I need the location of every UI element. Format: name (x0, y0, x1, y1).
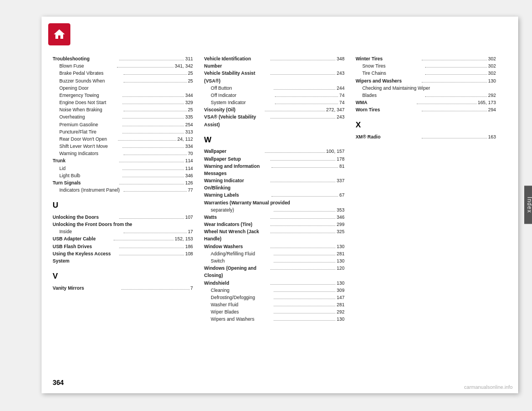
content-area: Troubleshooting311Blown Fuse341, 342Brak… (53, 55, 496, 371)
entry-label: XM® Radio (356, 133, 421, 141)
entry-dots (124, 111, 187, 111)
entry-dots (274, 299, 336, 299)
entry-page: 243 (336, 114, 344, 121)
letter-heading: V (53, 270, 193, 282)
entry-label: Buzzer Sounds When Opening Door (59, 78, 122, 92)
entry-page: 114 (185, 165, 193, 172)
index-entry: System Indicator74 (204, 99, 344, 106)
entry-page: 70 (188, 150, 193, 157)
index-entry: Wipers and Washers130 (204, 316, 344, 323)
entry-page: 67 (339, 192, 344, 199)
index-tab: Index (524, 186, 532, 224)
entry-page: 346 (185, 172, 193, 179)
entry-label: Using the Keyless Access System (53, 250, 118, 265)
entry-page: 24, 112 (177, 136, 193, 143)
index-entry: Adding/Refilling Fluid281 (204, 250, 344, 258)
index-entry: Warning and Information Messages81 (204, 163, 344, 177)
entry-page: 348 (336, 55, 344, 63)
entry-page: 329 (185, 99, 193, 106)
index-entry: XM® Radio163 (356, 133, 496, 141)
entry-dots (270, 225, 336, 226)
home-button[interactable] (48, 23, 70, 45)
home-icon (53, 28, 66, 41)
entry-page: 186 (185, 243, 193, 250)
entry-page: 17 (188, 228, 193, 235)
entry-page: 74 (339, 92, 344, 99)
entry-label: Wallpaper Setup (204, 156, 269, 163)
entry-label: Wipers and Washers (356, 78, 421, 85)
entry-page: 302 (488, 55, 496, 63)
entry-dots (124, 74, 187, 75)
entry-page: 353 (336, 207, 344, 214)
entry-label: Tire Chains (362, 70, 424, 77)
entry-dots (124, 233, 187, 233)
entry-dots (270, 160, 336, 161)
entry-dots (422, 82, 487, 83)
entry-label: Emergency Towing (59, 92, 121, 99)
index-entry: Switch130 (204, 258, 344, 265)
entry-label: Brake Pedal Vibrates (59, 70, 122, 77)
index-entry: VSA® (Vehicle Stability Assist)243 (204, 114, 344, 128)
entry-label: Watts (204, 214, 269, 221)
entry-page: 25 (188, 106, 193, 114)
entry-dots (270, 118, 336, 119)
index-entry: Wheel Nut Wrench (Jack Handle)325 (204, 228, 344, 243)
entry-dots (422, 60, 487, 60)
entry-label: Inside (59, 228, 122, 235)
entry-page: 299 (336, 221, 344, 228)
entry-label: Light Bulb (59, 172, 121, 179)
index-entry: WMA165, 173 (356, 99, 496, 106)
entry-page: 292 (336, 309, 344, 316)
entry-dots (274, 262, 336, 263)
entry-dots (122, 104, 185, 104)
index-entry: Warning Indicators70 (53, 150, 193, 157)
entry-dots (124, 155, 187, 155)
entry-dots (265, 111, 325, 111)
entry-label: Wear Indicators (Tire) (204, 221, 269, 228)
entry-page: 126 (185, 179, 193, 187)
entry-page: 163 (488, 133, 496, 141)
entry-label: Windshield (204, 280, 269, 287)
entry-page: 335 (185, 114, 193, 121)
entry-label: Blown Fuse (59, 63, 116, 70)
entry-dots (117, 67, 173, 68)
index-entry: Tire Chains302 (356, 70, 496, 77)
index-entry: Warning Indicator On/Blinking337 (204, 177, 344, 192)
index-entry: USB Flash Drives186 (53, 243, 193, 250)
index-entry: Blown Fuse341, 342 (53, 63, 193, 70)
entry-dots (270, 284, 336, 285)
index-entry: separately)353 (204, 207, 344, 214)
index-entry: Rear Door Won't Open24, 112 (53, 136, 193, 143)
entry-dots (119, 248, 185, 248)
entry-dots (265, 152, 325, 153)
entry-label: Warning and Information Messages (204, 163, 270, 177)
index-entry: Defrosting/Defogging147 (204, 294, 344, 301)
entry-label: Viscosity (Oil) (204, 106, 264, 114)
entry-page: 130 (336, 243, 344, 250)
entry-label: System Indicator (211, 99, 274, 106)
column-3: Winter Tires302Snow Tires302Tire Chains3… (356, 55, 496, 371)
entry-label: separately) (211, 207, 273, 214)
entry-page: 344 (185, 92, 193, 99)
letter-heading: W (204, 134, 344, 146)
entry-label: Unlocking the Doors (53, 214, 118, 221)
entry-dots (274, 306, 336, 306)
entry-page: 147 (336, 294, 344, 301)
index-entry: Puncture/Flat Tire313 (53, 129, 193, 136)
entry-label: Warning Indicators (59, 150, 122, 157)
entry-label: Lid (59, 165, 121, 172)
index-entry: Snow Tires302 (356, 63, 496, 70)
page-number: 364 (53, 379, 64, 387)
entry-label: Vehicle Identification Number (204, 55, 269, 70)
entry-dots (270, 74, 336, 75)
index-entry: Light Bulb346 (53, 172, 193, 179)
entry-dots (425, 96, 487, 97)
entry-label: Switch (211, 258, 273, 265)
index-entry: Noise When Braking25 (53, 106, 193, 114)
entry-label: Windows (Opening and Closing) (204, 265, 269, 279)
entry-label: Troubleshooting (53, 55, 118, 63)
entry-dots (119, 218, 185, 219)
entry-label: Indicators (Instrument Panel) (59, 187, 122, 194)
entry-page: 25 (188, 78, 193, 85)
index-entry: Trunk114 (53, 157, 193, 165)
